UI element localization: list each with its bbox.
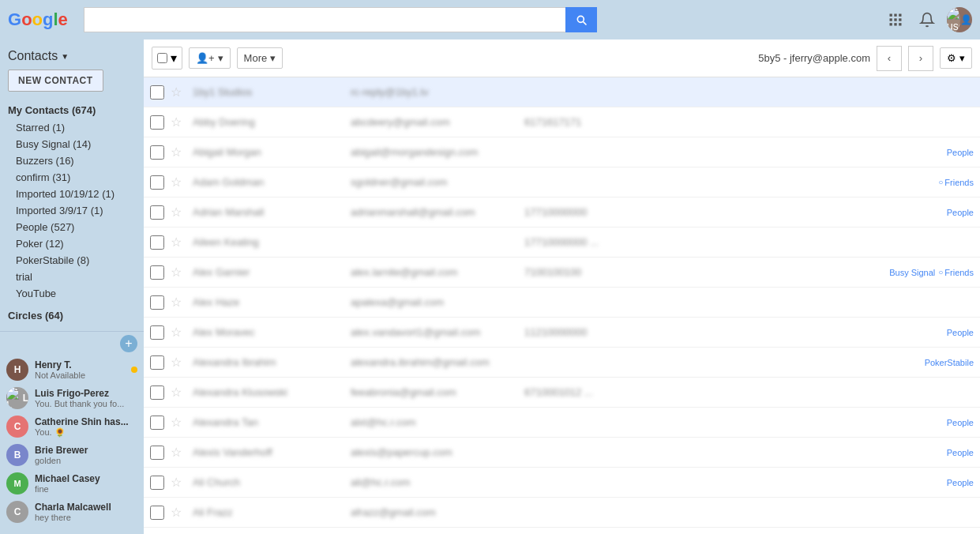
contact-checkbox[interactable] (150, 205, 164, 220)
table-row[interactable]: ☆ Abby Doering abcdeery@gmail.com 617161… (144, 107, 980, 137)
table-row[interactable]: ☆ Alex Garnier alex.larnite@gmail.com 71… (144, 258, 980, 288)
star-icon[interactable]: ☆ (171, 175, 186, 190)
tag-people[interactable]: People (947, 328, 974, 337)
contact-checkbox[interactable] (150, 385, 164, 400)
star-icon[interactable]: ☆ (171, 505, 186, 521)
settings-button[interactable]: ⚙ ▾ (940, 47, 972, 69)
table-row[interactable]: ☆ 1by1 Studios rc-reply@1by1.tv (144, 77, 980, 107)
sidebar-item-imported-1[interactable]: Imported 10/19/12 (1) (0, 186, 144, 202)
add-contact-toolbar-button[interactable]: 👤+ ▾ (189, 47, 231, 69)
sidebar-item-youtube[interactable]: YouTube (0, 285, 144, 302)
contact-name: Alexandra Tan (193, 416, 351, 428)
star-icon[interactable]: ☆ (171, 85, 186, 100)
sidebar-item-confirm[interactable]: confirm (31) (0, 169, 144, 186)
contact-checkbox[interactable] (150, 85, 164, 100)
chat-user-charla[interactable]: C Charla Malcawell hey there (0, 498, 144, 526)
contact-email: alex.vandavort1@gmail.com (351, 326, 524, 338)
star-icon[interactable]: ☆ (171, 265, 186, 280)
table-row[interactable]: ☆ Aileen Keating 17710000000 ... (144, 228, 980, 258)
contact-checkbox[interactable] (150, 175, 164, 190)
contact-name: Abigail Morgan (193, 146, 351, 158)
select-all-input[interactable] (157, 53, 167, 63)
chat-user-michael[interactable]: M Michael Casey fine (0, 469, 144, 498)
contact-checkbox[interactable] (150, 295, 164, 310)
table-row[interactable]: ☆ Alex Haze apalexa@gmail.com (144, 288, 980, 318)
notifications-icon[interactable] (915, 8, 939, 32)
table-row[interactable]: ☆ Ali Isard ali-1111-1111 (144, 528, 980, 534)
contact-checkbox[interactable] (150, 325, 164, 340)
sidebar-item-people[interactable]: People (527) (0, 219, 144, 235)
chat-user-brie[interactable]: B Brie Brewer golden (0, 441, 144, 469)
contact-checkbox[interactable] (150, 506, 164, 520)
star-icon[interactable]: ☆ (171, 145, 186, 160)
contact-checkbox[interactable] (150, 476, 164, 490)
chat-user-name-luis: Luis Frigo-Perez (35, 388, 137, 399)
contact-checkbox[interactable] (150, 355, 164, 370)
table-row[interactable]: ☆ Alexandra Tan alxt@hc.r.com People (144, 408, 980, 438)
sidebar-item-poker[interactable]: Poker (12) (0, 235, 144, 252)
contact-tags: People (947, 448, 974, 457)
new-contact-button[interactable]: NEW CONTACT (8, 70, 103, 92)
chat-avatar-luis: L (6, 387, 28, 409)
my-contacts-section[interactable]: My Contacts (674) (0, 101, 144, 119)
contact-checkbox[interactable] (150, 416, 164, 430)
tag-people[interactable]: People (947, 148, 974, 157)
star-icon[interactable]: ☆ (171, 115, 186, 130)
chat-user-henry[interactable]: H Henry T. Not Available (0, 355, 144, 384)
sidebar-item-trial[interactable]: trial (0, 269, 144, 285)
star-icon[interactable]: ☆ (171, 385, 186, 400)
contacts-header[interactable]: Contacts ▼ (0, 46, 144, 70)
star-icon[interactable]: ☆ (171, 325, 186, 340)
table-row[interactable]: ☆ Ali Frazz afrazz@gmail.com (144, 498, 980, 528)
tag-friends[interactable]: Friends (938, 178, 974, 187)
search-button[interactable] (565, 7, 597, 32)
table-row[interactable]: ☆ Alexandra Klusowski feeabronia@gmail.c… (144, 378, 980, 408)
tag-friends[interactable]: Friends (938, 268, 974, 277)
star-icon[interactable]: ☆ (171, 235, 186, 250)
tag-people[interactable]: People (947, 478, 974, 487)
add-chat-button[interactable]: + (120, 335, 137, 352)
contact-checkbox[interactable] (150, 235, 164, 250)
tag-people[interactable]: People (947, 448, 974, 457)
tag-busy-signal[interactable]: Busy Signal (889, 268, 935, 277)
circles-section[interactable]: Circles (64) (0, 306, 144, 325)
chat-user-info-brie: Brie Brewer golden (35, 445, 137, 465)
table-row[interactable]: ☆ Adam Goldman sgoldner@gmail.com Friend… (144, 167, 980, 197)
search-input[interactable] (84, 7, 565, 32)
sidebar-item-pokerstabile[interactable]: PokerStabile (8) (0, 252, 144, 269)
next-page-button[interactable]: › (908, 46, 933, 71)
contact-checkbox[interactable] (150, 145, 164, 160)
star-icon[interactable]: ☆ (171, 295, 186, 310)
star-icon[interactable]: ☆ (171, 355, 186, 370)
sidebar-item-starred[interactable]: Starred (1) (0, 119, 144, 136)
star-icon[interactable]: ☆ (171, 445, 186, 461)
select-all-checkbox[interactable]: ▾ (152, 47, 182, 70)
select-all-arrow[interactable]: ▾ (171, 51, 177, 66)
table-row[interactable]: ☆ Alexis Vanderhoff alexis@papercup.com … (144, 438, 980, 468)
contact-checkbox[interactable] (150, 265, 164, 280)
chat-user-catherine[interactable]: C Catherine Shin has... You. 🌻 (0, 412, 144, 441)
avatar[interactable]: 👤 (947, 7, 972, 32)
prev-page-button[interactable]: ‹ (877, 46, 902, 71)
star-icon[interactable]: ☆ (171, 475, 186, 491)
tag-people[interactable]: People (947, 418, 974, 427)
table-row[interactable]: ☆ Alex Moravec alex.vandavort1@gmail.com… (144, 318, 980, 348)
chat-user-luis[interactable]: L Luis Frigo-Perez You. But thank you fo… (0, 384, 144, 412)
tag-people[interactable]: People (947, 208, 974, 217)
chat-user-info-luis: Luis Frigo-Perez You. But thank you fo..… (35, 388, 137, 408)
table-row[interactable]: ☆ Adrian Marshall adrianmarshall@gmail.c… (144, 197, 980, 228)
apps-icon[interactable] (884, 8, 907, 32)
sidebar-item-imported-2[interactable]: Imported 3/9/17 (1) (0, 202, 144, 219)
sidebar-item-buzzers[interactable]: Buzzers (16) (0, 152, 144, 169)
table-row[interactable]: ☆ Abigail Morgan abigail@morgandesign.co… (144, 137, 980, 167)
tag-pokerstabile[interactable]: PokerStabile (925, 358, 974, 367)
chat-avatar-henry: H (6, 359, 28, 381)
more-button[interactable]: More ▾ (237, 47, 283, 69)
contact-checkbox[interactable] (150, 115, 164, 130)
sidebar-item-busy-signal[interactable]: Busy Signal (14) (0, 136, 144, 152)
star-icon[interactable]: ☆ (171, 415, 186, 431)
contact-checkbox[interactable] (150, 446, 164, 460)
table-row[interactable]: ☆ Ali Church ali@hc.r.com People (144, 468, 980, 498)
table-row[interactable]: ☆ Alexandra Ibrahim alexandra.ibrahim@gm… (144, 348, 980, 378)
star-icon[interactable]: ☆ (171, 205, 186, 220)
